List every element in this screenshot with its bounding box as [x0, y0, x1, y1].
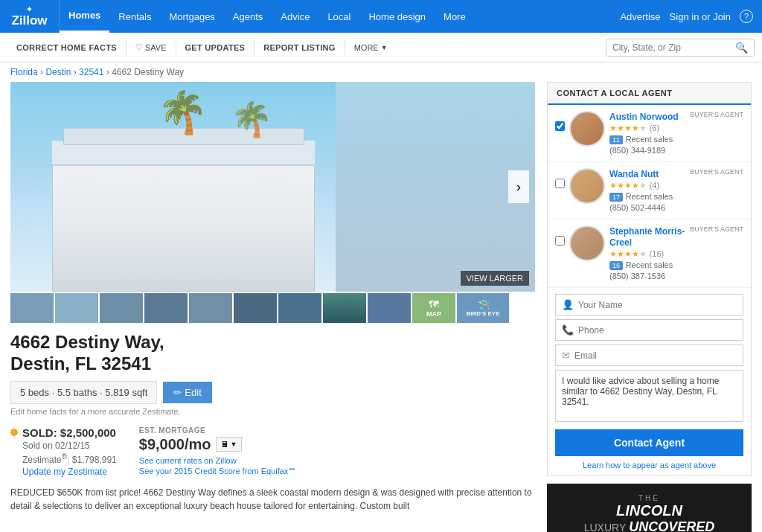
map-label: MAP: [426, 310, 441, 318]
contact-form: 👤 📞 ✉ I would like advice about selling …: [548, 288, 751, 475]
nav-agents[interactable]: Agents: [224, 0, 272, 33]
buyer-badge-1: BUYER'S AGENT: [690, 111, 743, 119]
ad-uncovered: UNCOVERED: [629, 519, 714, 533]
save-label: SAVE: [145, 43, 167, 52]
rate-links: See current rates on Zillow See your 201…: [139, 456, 297, 476]
agent-phone-2: (850) 502-4446: [609, 203, 665, 212]
update-zestimate-link[interactable]: Update my Zestimate: [22, 467, 117, 477]
more-button[interactable]: MORE ▼: [345, 33, 397, 62]
agent-photo-1: [569, 111, 605, 147]
thumb-8[interactable]: [323, 293, 366, 323]
main-content: 🌴 🌴 › VIEW LARGER: [0, 82, 762, 532]
right-column: CONTACT A LOCAL AGENT Austin Norwood ★★★…: [547, 82, 752, 532]
thumb-1[interactable]: [10, 293, 54, 323]
main-photo[interactable]: 🌴 🌴 › VIEW LARGER: [10, 82, 535, 292]
agent-sales-badge-1: 11: [609, 135, 623, 144]
advertise-link[interactable]: Advertise: [620, 11, 660, 22]
agent-sales-badge-3: 16: [609, 261, 623, 270]
thumb-9[interactable]: [368, 293, 411, 323]
agent-stars-3: ★★★★: [609, 249, 639, 258]
edit-button[interactable]: ✏ Edit: [163, 382, 211, 403]
thumb-3[interactable]: [100, 293, 143, 323]
correct-home-facts-button[interactable]: CORRECT HOME FACTS: [7, 33, 126, 62]
agent-checkbox-3[interactable]: [555, 236, 565, 246]
edit-hint: Edit home facts for a more accurate Zest…: [10, 407, 535, 416]
signin-link[interactable]: Sign in or Join: [670, 11, 731, 22]
view-larger-label[interactable]: VIEW LARGER: [461, 271, 529, 286]
sold-price: SOLD: $2,500,000: [10, 426, 117, 439]
agent-checkbox-2[interactable]: [555, 179, 565, 188]
name-input[interactable]: [578, 300, 737, 310]
pencil-icon: ✏: [173, 387, 182, 398]
est-mortgage-value: $9,000/mo: [139, 436, 211, 453]
message-textarea[interactable]: I would like advice about selling a home…: [555, 370, 743, 422]
birds-eye-label: BIRD'S EYE: [466, 311, 499, 318]
email-icon: ✉: [562, 350, 570, 361]
breadcrumb-zip[interactable]: 32541: [79, 67, 103, 77]
phone-input[interactable]: [578, 325, 737, 336]
property-stats: 5 beds · 5.5 baths · 5,819 sqft: [10, 381, 157, 404]
price-section: SOLD: $2,500,000 Sold on 02/12/15 Zestim…: [10, 426, 117, 477]
nav-mortgages[interactable]: Mortgages: [160, 0, 223, 33]
nav-local[interactable]: Local: [318, 0, 359, 33]
thumb-5[interactable]: [189, 293, 232, 323]
agent-phone-1: (850) 344-9189: [609, 146, 665, 155]
top-nav: ✦ Zillow Homes Rentals Mortgages Agents …: [0, 0, 762, 33]
ad-lincoln: LINCOLN: [616, 502, 682, 519]
ad-luxury: LUXURY: [584, 522, 627, 533]
nav-homes[interactable]: Homes: [60, 0, 109, 33]
nav-rentals[interactable]: Rentals: [109, 0, 160, 33]
calculator-icon: 🖩: [221, 440, 229, 449]
get-updates-button[interactable]: GET UPDATES: [176, 33, 254, 62]
thumb-7[interactable]: [278, 293, 321, 323]
help-icon[interactable]: ?: [740, 10, 753, 23]
agent-appear-link[interactable]: Learn how to appear as agent above: [555, 461, 743, 469]
thumb-2[interactable]: [55, 293, 98, 323]
agent-sales-badge-2: 17: [609, 193, 623, 202]
contact-box: CONTACT A LOCAL AGENT Austin Norwood ★★★…: [547, 82, 752, 476]
est-mortgage-row: $9,000/mo 🖩 ▼: [139, 436, 297, 453]
calculator-button[interactable]: 🖩 ▼: [216, 437, 243, 452]
equifax-link[interactable]: See your 2015 Credit Score from Equifax℠: [139, 467, 297, 476]
agent-reviews-2: (4): [650, 181, 659, 190]
thumb-4[interactable]: [144, 293, 188, 323]
logo-text: Zillow: [11, 13, 47, 28]
email-input[interactable]: [574, 350, 737, 361]
agent-photo-2: [569, 168, 605, 204]
property-stats-bar: 5 beds · 5.5 baths · 5,819 sqft ✏ Edit: [10, 381, 535, 404]
property-address: 4662 Destiny Way, Destin, FL 32541: [10, 332, 535, 375]
agent-checkbox-1[interactable]: [555, 121, 565, 131]
nav-advice[interactable]: Advice: [272, 0, 318, 33]
more-label: MORE: [354, 43, 379, 52]
agent-info-3: Stephanie Morris-Creel ★★★★★ (16) 16 Rec…: [609, 225, 685, 281]
nav-more[interactable]: More: [435, 0, 475, 33]
breadcrumb-florida[interactable]: Florida: [10, 67, 38, 77]
breadcrumb-destin[interactable]: Destin: [45, 67, 71, 77]
agent-name-2[interactable]: Wanda Nutt: [609, 169, 659, 179]
agent-sales-label-3: Recent sales: [626, 260, 673, 269]
phone-icon: 📞: [562, 324, 574, 336]
logo[interactable]: ✦ Zillow: [0, 0, 60, 33]
photo-gallery[interactable]: 🌴 🌴 › VIEW LARGER: [10, 82, 535, 323]
agent-info-2: Wanda Nutt ★★★★★ (4) 17 Recent sales (85…: [609, 168, 685, 213]
next-photo-button[interactable]: ›: [508, 170, 529, 203]
search-input[interactable]: [612, 42, 735, 53]
thumb-map[interactable]: 🗺 MAP: [412, 293, 455, 323]
thumb-6[interactable]: [234, 293, 277, 323]
property-description: REDUCED $650K from list price! 4662 Dest…: [10, 486, 535, 513]
sold-dot: [10, 429, 18, 436]
ad-banner[interactable]: THE LINCOLN LUXURY UNCOVERED: [547, 484, 752, 532]
thumb-birds-eye[interactable]: 🛸 BIRD'S EYE: [457, 293, 509, 323]
phone-field-wrapper: 📞: [555, 319, 743, 341]
agent-name-3[interactable]: Stephanie Morris-Creel: [609, 226, 685, 248]
contact-agent-button[interactable]: Contact Agent: [555, 429, 743, 456]
chevron-down-icon2: ▼: [231, 440, 237, 448]
email-field-wrapper: ✉: [555, 344, 743, 366]
nav-home-design[interactable]: Home design: [359, 0, 435, 33]
search-icon[interactable]: 🔍: [735, 42, 748, 54]
zillow-rates-link[interactable]: See current rates on Zillow: [139, 456, 297, 465]
contact-title: CONTACT A LOCAL AGENT: [548, 83, 751, 105]
save-button[interactable]: ♡ SAVE: [127, 33, 176, 62]
agent-name-1[interactable]: Austin Norwood: [609, 112, 679, 122]
report-listing-button[interactable]: REPORT LISTING: [254, 33, 344, 62]
